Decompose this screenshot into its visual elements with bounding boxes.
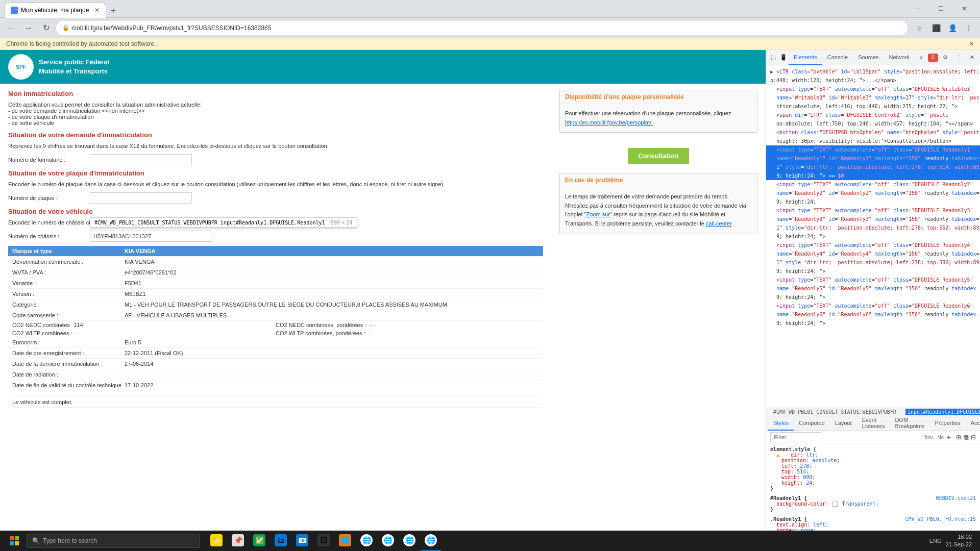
disponibilite-link[interactable]: https://es.mobilit.fgov.be/persoplat/. [565,119,653,126]
html-line-14[interactable]: <input type="TEXT" autocomplete="off" cl… [766,180,980,189]
tab-elements[interactable]: Elements [789,50,822,65]
html-line-12[interactable]: 1" style="dir:ltr; position:absolute; le… [766,163,980,171]
css-hov-toggle[interactable]: :hov [923,435,933,440]
html-line-15[interactable]: name="Readonly2" id="Readonly2" maxlengt… [766,189,980,197]
html-line-4[interactable]: name="Writable3" id="Writable3" maxlengt… [766,93,980,102]
css-icon-3[interactable]: ⊟ [971,434,976,441]
forward-button[interactable]: → [21,21,36,35]
css-prop-text-align[interactable]: text-align: left; [770,522,976,528]
html-line-3[interactable]: <input type="TEXT" autocomplete="off" cl… [766,85,980,93]
html-line-9[interactable]: height: 30px; visibility: visible;">Cons… [766,137,980,145]
devtools-inspect-icon[interactable]: ⬚ [768,52,778,64]
tab-console[interactable]: Console [822,50,853,65]
address-input[interactable]: 🔒 mobilit.fgov.be/WebdivPub_FR/wmvpstv1_… [56,21,908,35]
html-line-16[interactable]: 9; height:24; [766,197,980,206]
css-prop-left[interactable]: left: 278; [770,463,976,469]
html-line-5[interactable]: ition:absolute; left:416; top:446; width… [766,102,980,111]
call-center-link[interactable]: call-center [706,220,732,227]
html-line-21[interactable]: <input type="TEXT" autocomplete="off" cl… [766,241,980,249]
css-prop-height[interactable]: height: 24; [770,480,976,486]
devtools-device-icon[interactable]: 📱 [778,52,789,64]
consultation-button[interactable]: Consultation [628,148,689,164]
css-prop-width[interactable]: width: 899; [770,474,976,480]
reload-button[interactable]: ↻ [39,21,53,35]
taskbar-app-chrome2[interactable]: 🌐 [378,531,398,551]
new-tab-button[interactable]: + [106,4,120,18]
taskbar-app-6[interactable]: 🌐 [335,531,355,551]
star-icon[interactable]: ☆ [913,21,927,35]
html-line-19[interactable]: 1" style="dir:ltr; position:absolute; le… [766,223,980,232]
zoom-sur-link[interactable]: "Zoom sur" [584,211,612,217]
menu-icon[interactable]: ⋮ [962,21,976,35]
taskbar-app-chrome-active[interactable]: 🌐 [421,531,441,551]
taskbar-app-2[interactable]: ✅ [249,531,270,551]
tab-properties[interactable]: Properties [930,416,966,431]
html-line-8[interactable]: <button class="DFGUIPSB btnOphalen" name… [766,128,980,137]
tab-accessibility[interactable]: Accessibility [966,416,980,431]
html-line-29[interactable]: name="Readonly6" id="Readonly6" maxlengt… [766,310,980,319]
html-line-2[interactable]: p:448; width:120; height:24; ">...</span… [766,76,980,85]
taskbar-app-4[interactable]: 📧 [292,531,312,551]
html-line-17[interactable]: <input type="TEXT" autocomplete="off" cl… [766,206,980,215]
active-tab[interactable]: Mon véhicule, ma plaque ✕ [4,3,106,18]
devtools-more-icon[interactable]: ⋮ [952,52,965,64]
tab-styles[interactable]: Styles [768,416,794,431]
formulaire-input[interactable] [90,154,192,165]
css-source-class-readonly1[interactable]: CMV_WD_PBL0._FR.html:15 [905,516,976,522]
tab-computed[interactable]: Computed [794,416,830,431]
html-line-30[interactable]: 9; height:24; "> [766,319,980,328]
close-automation-bar[interactable]: ✕ [969,40,974,47]
css-cls-toggle[interactable]: .cls [936,435,944,440]
css-filter-input[interactable] [770,432,821,442]
html-line-23[interactable]: 1" style="dir:ltr; position:absolute; le… [766,258,980,267]
taskbar-app-chrome3[interactable]: 🌐 [399,531,420,551]
close-button[interactable]: ✕ [952,0,976,18]
tab-layout[interactable]: Layout [830,416,857,431]
html-line-27[interactable]: 9; height:24; "> [766,293,980,302]
html-line-26[interactable]: name="Readonly5" id="Readonly5" maxlengt… [766,284,980,293]
html-line-11[interactable]: name="Readonly1" id="Readonly1" maxlengt… [766,154,980,163]
tab-close-button[interactable]: ✕ [94,7,100,14]
taskbar-search[interactable]: 🔍 Type here to search [27,534,200,548]
css-icon-1[interactable]: ⊞ [956,434,961,441]
minimize-button[interactable]: – [905,0,929,18]
html-line-10[interactable]: <input type="TEXT" autocomplete="off" cl… [766,145,980,154]
html-line-7[interactable]: on:absolute; left:750; top:246; width:45… [766,119,980,128]
taskbar-app-1[interactable]: 📌 [228,531,248,551]
css-prop-bg-transparent[interactable]: background-color: Transparent; [770,501,976,507]
tab-event-listeners[interactable]: Event Listeners [857,416,890,431]
taskbar-app-explorer[interactable]: 📁 [206,531,227,551]
breadcrumb-selected[interactable]: input#Readonly1.DFGUISLE.Readonly1 [905,409,980,415]
css-prop-top[interactable]: top: 514; [770,469,976,474]
taskbar-app-chrome1[interactable]: 🌐 [356,531,377,551]
start-button[interactable] [4,531,24,551]
css-icon-2[interactable]: ▦ [963,434,969,441]
taskbar-app-3[interactable]: 🗂 [271,531,291,551]
html-line-6[interactable]: <span dir="LTR" class="DFGUISLE Control2… [766,111,980,119]
css-add-rule[interactable]: + [947,433,951,441]
html-line-18[interactable]: name="Readonly3" id="Readonly3" maxlengt… [766,215,980,223]
html-line-13[interactable]: 9; height:24; "> == $0 [766,171,980,180]
css-prop-position[interactable]: position: absolute; [770,458,976,463]
html-line-22[interactable]: name="Readonly4" id="Readonly4" maxlengt… [766,249,980,258]
profile-icon[interactable]: 👤 [945,21,960,35]
extension-icon[interactable]: ⬛ [929,21,943,35]
html-line-28[interactable]: <input type="TEXT" autocomplete="off" cl… [766,302,980,310]
chassis-input[interactable] [90,231,212,242]
devtools-badge[interactable]: 6 [928,54,938,62]
back-button[interactable]: ← [4,21,18,35]
tab-sources[interactable]: Sources [853,50,884,65]
html-line-25[interactable]: <input type="TEXT" autocomplete="off" cl… [766,276,980,284]
html-line-24[interactable]: 9; height:24; "> [766,267,980,276]
css-prop-dir[interactable]: ▲ dir: ltr; [770,452,976,458]
html-line-20[interactable]: 9; height:24; "> [766,232,980,241]
devtools-close-icon[interactable]: ✕ [966,52,978,64]
css-source-readonly1[interactable]: WEBDIV.css:21 [936,495,976,501]
plaque-input[interactable] [90,192,192,204]
maximize-button[interactable]: ☐ [929,0,952,18]
devtools-settings-icon[interactable]: ⚙ [939,52,951,64]
html-line-1[interactable]: ▶ <LTR class="pvtable" id="Lbl1Span" sty… [766,67,980,76]
tab-network[interactable]: Network [884,50,915,65]
tab-dom-breakpoints[interactable]: DOM Breakpoints [890,416,929,431]
tab-more[interactable]: » [915,50,928,65]
